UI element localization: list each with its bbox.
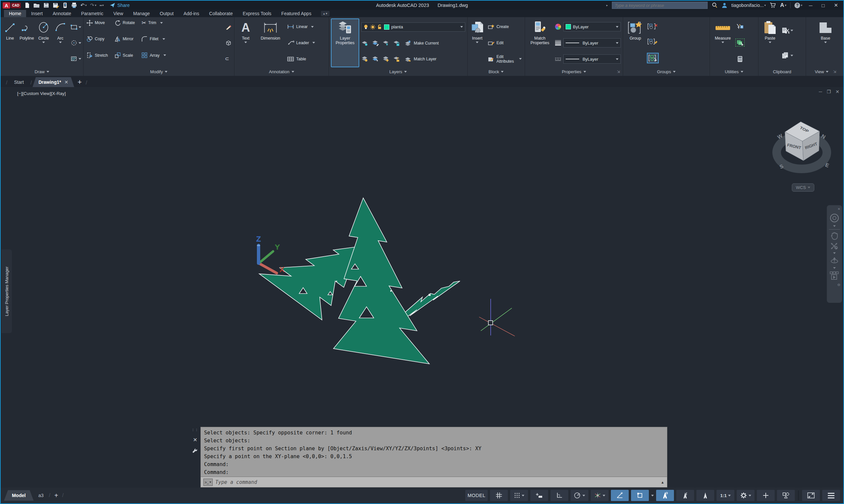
match-layer-button[interactable]: Match Layer — [403, 55, 437, 63]
hatch-tool-button[interactable] — [70, 56, 81, 62]
workspace-settings-button[interactable] — [737, 490, 755, 501]
customize-qat-button[interactable]: ═▾ — [100, 4, 104, 7]
tab-view[interactable]: View — [108, 10, 128, 17]
create-block-button[interactable]: Create — [487, 22, 523, 31]
chevron-down-icon[interactable] — [833, 267, 836, 269]
object-snap-toggle[interactable] — [631, 490, 649, 501]
match-properties-button[interactable]: Match Properties — [527, 18, 553, 67]
chevron-down-icon[interactable] — [476, 41, 479, 43]
layer-lock-icon[interactable] — [393, 40, 400, 46]
annotation-scale-current-icon[interactable] — [696, 490, 714, 501]
chevron-down-icon[interactable] — [163, 54, 166, 56]
chevron-down-icon[interactable] — [162, 38, 165, 40]
select-similar-button[interactable] — [736, 39, 744, 46]
layer-thaw-all-icon[interactable] — [382, 56, 390, 62]
new-drawing-tab-button[interactable]: + — [77, 78, 82, 86]
chevron-down-icon[interactable] — [522, 495, 524, 497]
chevron-down-icon[interactable] — [603, 495, 605, 497]
layout-tab-a3[interactable]: a3 — [34, 490, 48, 501]
copy-button[interactable]: Copy — [86, 35, 109, 43]
copy-clip-button[interactable] — [781, 52, 793, 59]
rotate-button[interactable]: Rotate — [114, 18, 136, 27]
layer-color-swatch[interactable] — [384, 24, 389, 30]
ellipse-tool-button[interactable] — [70, 40, 81, 46]
layer-dropdown[interactable]: planta — [361, 22, 465, 32]
command-input-row[interactable]: >_ Type a command ▲ — [201, 477, 667, 487]
chevron-down-icon[interactable] — [722, 41, 724, 43]
pan-hand-icon[interactable] — [830, 232, 839, 240]
layer-unlock-icon[interactable] — [377, 24, 382, 30]
array-button[interactable]: Array — [140, 51, 167, 60]
layer-unlock-all-icon[interactable] — [393, 56, 400, 62]
layer-freeze-icon[interactable] — [382, 40, 390, 46]
crosshair-plus-button[interactable] — [757, 490, 775, 501]
chevron-down-icon[interactable]: ▾ — [95, 4, 97, 7]
text-button[interactable]: A Text — [237, 18, 255, 67]
layer-isolate-icon[interactable] — [372, 40, 379, 46]
panel-title-clipboard[interactable]: Clipboard — [758, 67, 806, 76]
search-icon[interactable] — [711, 2, 718, 8]
linetype-dropdown[interactable]: ByLayer — [563, 54, 621, 64]
arc-button[interactable]: Arc — [53, 18, 68, 67]
ucs-icon[interactable]: Z Y X — [256, 235, 284, 273]
tab-featured-apps[interactable]: Featured Apps — [276, 10, 316, 17]
navbar-collapse-icon[interactable]: ⊖ — [838, 283, 840, 287]
chevron-down-icon[interactable] — [42, 41, 45, 43]
rectangle-tool-button[interactable] — [70, 24, 81, 30]
open-from-mobile-button[interactable] — [63, 2, 68, 8]
polyline-button[interactable]: Polyline — [19, 18, 34, 67]
maximize-button[interactable]: □ — [819, 3, 827, 8]
linear-dimension-button[interactable]: Linear — [286, 22, 316, 31]
ungroup-button[interactable] — [648, 23, 657, 30]
command-wrench-icon[interactable] — [192, 448, 198, 453]
chevron-down-icon[interactable] — [59, 41, 62, 43]
chevron-down-icon[interactable] — [311, 26, 314, 28]
undo-button[interactable]: ↶▾ — [81, 2, 87, 8]
panel-title-layers[interactable]: Layers — [329, 67, 467, 76]
panel-title-view[interactable]: View⇲ — [806, 67, 844, 76]
snap-mode-toggle[interactable] — [510, 490, 528, 501]
line-button[interactable]: Line — [3, 18, 17, 67]
model-space-toggle[interactable]: MODEL — [465, 490, 488, 501]
object-color-dropdown[interactable]: ByLayer — [563, 22, 621, 31]
chevron-down-icon[interactable] — [833, 225, 836, 227]
viewcube[interactable]: W N S E TOP FRONT RIGHT — [776, 122, 830, 170]
layer-unisolate-icon[interactable] — [372, 56, 379, 62]
edit-attributes-button[interactable]: Edit Attributes — [487, 55, 523, 63]
layer-thaw-sun-icon[interactable] — [370, 24, 376, 30]
customization-menu-button[interactable] — [822, 490, 840, 501]
drawing-canvas[interactable]: Z Y X W N S E TOP FR — [1, 87, 843, 487]
new-layout-button[interactable]: + — [54, 492, 58, 499]
chevron-down-icon[interactable] — [79, 42, 81, 44]
chevron-down-icon[interactable] — [583, 495, 585, 497]
panel-title-block[interactable]: Block — [468, 67, 525, 76]
fillet-button[interactable]: Fillet — [140, 35, 167, 43]
panel-title-modify[interactable]: Modify — [84, 67, 234, 76]
chevron-down-icon[interactable] — [312, 42, 315, 43]
base-button[interactable]: Base — [815, 18, 837, 67]
dimension-button[interactable]: Dimension — [257, 18, 284, 67]
clean-screen-button[interactable] — [802, 490, 820, 501]
doc-minimize-icon[interactable]: ─ — [819, 89, 822, 94]
chevron-down-icon[interactable] — [79, 26, 81, 28]
panel-title-properties[interactable]: Properties⇲ — [525, 67, 623, 76]
command-input-placeholder[interactable]: Type a command — [215, 479, 658, 485]
redo-button[interactable]: ↷▾ — [90, 2, 97, 8]
search-input[interactable] — [612, 2, 708, 9]
object-snap-tracking-toggle[interactable] — [611, 490, 629, 501]
zoom-extents-icon[interactable] — [830, 242, 839, 250]
close-tab-icon[interactable]: ✕ — [64, 79, 68, 85]
group-button[interactable]: Group — [625, 18, 645, 67]
panel-title-draw[interactable]: Draw — [1, 67, 83, 76]
annotation-autoscale-toggle[interactable] — [676, 490, 694, 501]
tab-insert[interactable]: Insert — [26, 10, 48, 17]
layer-on-bulb-icon[interactable] — [364, 24, 368, 30]
group-edit-button[interactable] — [648, 38, 657, 45]
tab-collaborate[interactable]: Collaborate — [204, 10, 238, 17]
make-current-button[interactable]: Make Current — [403, 39, 440, 48]
orbit-icon[interactable] — [830, 256, 839, 265]
move-button[interactable]: Move — [86, 18, 109, 27]
app-store-cart-icon[interactable] — [770, 2, 776, 8]
save-button[interactable] — [43, 2, 49, 8]
table-button[interactable]: Table — [286, 55, 316, 63]
